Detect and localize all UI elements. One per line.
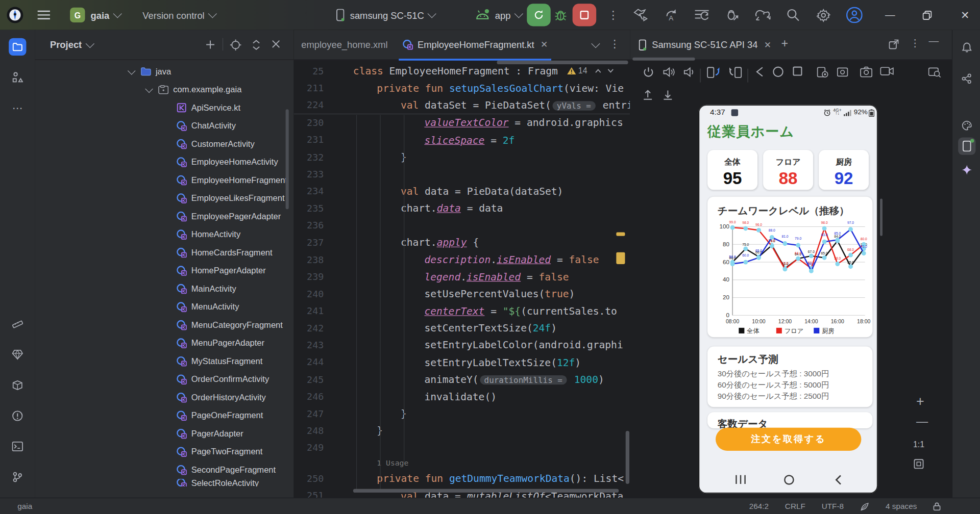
zoom-in-button[interactable]: + [916, 393, 924, 409]
back-nav-icon[interactable] [835, 475, 842, 485]
tree-item-menuactivity[interactable]: MenuActivity [35, 298, 294, 316]
tree-item-homepageradapter[interactable]: HomePagerAdapter [35, 262, 294, 280]
project-tool-button[interactable] [9, 38, 26, 56]
code-line-242[interactable]: 242setCenterTextSize(24f) [294, 320, 630, 337]
android-overview-icon[interactable] [793, 66, 803, 76]
gemini-button[interactable] [958, 161, 975, 178]
phone-mirror-screen[interactable]: 4:37 4G+↑↓ 92% 従業員ホーム 全体 95 フロア 88 厨房 92 [699, 105, 877, 494]
problems-tool-button[interactable] [9, 407, 26, 424]
volume-down-icon[interactable] [683, 66, 694, 78]
chevron-down-icon[interactable] [128, 67, 136, 75]
attach-debugger-button[interactable] [725, 0, 740, 30]
close-icon[interactable]: ✕ [541, 39, 548, 49]
tree-item-java[interactable]: java [35, 62, 294, 81]
code-line-249[interactable]: 249 [294, 440, 630, 457]
inspection-warning-badge[interactable]: 14 [567, 66, 614, 75]
editor-vertical-scrollbar[interactable] [626, 431, 629, 484]
debug-button[interactable] [554, 0, 568, 30]
hide-panel-icon[interactable]: — [929, 36, 939, 47]
tree-item-pageradapter[interactable]: PagerAdapter [35, 425, 294, 443]
tree-item-menupageradapter[interactable]: MenuPagerAdapter [35, 334, 294, 352]
download-file-icon[interactable] [663, 89, 673, 100]
build-button[interactable] [632, 0, 649, 30]
tree-item-secondpagefragment[interactable]: SecondPageFragment [35, 461, 294, 479]
code-line-250[interactable]: 250private fun getDummyTeamworkData(): L… [294, 470, 630, 487]
rotate-right-icon[interactable] [727, 66, 742, 79]
code-line-240[interactable]: 240setUsePercentValues(true) [294, 286, 630, 303]
usage-hint[interactable]: 1 Usage [294, 456, 630, 470]
status-project-name[interactable]: gaia [17, 498, 32, 514]
device-selector[interactable]: samsung SC-51C [336, 0, 435, 30]
editor-horizontal-scrollbar[interactable] [353, 489, 619, 493]
screen-record-icon[interactable] [836, 66, 848, 78]
vcs-widget[interactable]: Version control [142, 0, 216, 30]
design-tools-button[interactable] [9, 315, 26, 332]
project-panel-title[interactable]: Project [50, 39, 82, 50]
device-panel-scrollbar[interactable] [880, 198, 883, 236]
rotate-left-icon[interactable] [706, 66, 721, 79]
code-line-234[interactable]: 234val data = PieData(dataSet) [294, 183, 630, 200]
device-processes-button[interactable] [694, 0, 710, 30]
window-close-button[interactable]: ✕ [961, 0, 969, 30]
tab-employee-home-xml[interactable]: employee_home.xml [301, 30, 387, 59]
tree-item-selectroleactivity[interactable]: SelectRoleActivity [35, 479, 294, 486]
code-line-247[interactable]: 247} [294, 405, 630, 422]
tree-item-employeehomefragment[interactable]: EmployeeHomeFragment [35, 171, 294, 190]
screenshot-icon[interactable] [816, 66, 828, 78]
code-line-246[interactable]: 246invalidate() [294, 388, 630, 405]
tree-item-mainactivity[interactable]: MainActivity [35, 280, 294, 298]
open-in-window-icon[interactable] [889, 39, 899, 49]
chevron-up-icon[interactable] [595, 69, 601, 73]
ai-feather-icon[interactable] [860, 502, 869, 511]
zoom-out-button[interactable]: — [916, 415, 928, 428]
editor-more-icon[interactable]: ⋮ [609, 37, 620, 50]
tree-item-employeepageradapter[interactable]: EmployeePagerAdapter [35, 208, 294, 226]
stop-button[interactable] [573, 4, 597, 26]
tree-item-customeractivity[interactable]: CustomerActivity [35, 135, 294, 153]
structure-tool-button[interactable] [9, 69, 26, 86]
expand-collapse-icon[interactable] [251, 39, 261, 50]
tree-item-chatactivity[interactable]: ChatActivity [35, 117, 294, 135]
rerun-button[interactable] [527, 4, 551, 26]
tab-employee-home-fragment-kt[interactable]: EmployeeHomeFragment.kt ✕ [399, 30, 551, 61]
code-line-237[interactable]: 237chart.apply { [294, 234, 630, 251]
tree-item-pageonefragment[interactable]: PageOneFragment [35, 406, 294, 425]
tree-item-pagetwofragment[interactable]: PageTwoFragment [35, 443, 294, 461]
tree-item-menucategoryfragment[interactable]: MenuCategoryFragment [35, 316, 294, 335]
add-icon[interactable] [205, 39, 216, 50]
file-encoding[interactable]: UTF-8 [822, 502, 844, 510]
code-line-239[interactable]: 239legend.isEnabled = false [294, 268, 630, 286]
tab-list-chevron-icon[interactable] [587, 38, 599, 49]
locate-file-icon[interactable] [230, 39, 241, 50]
tree-item-homeactivity[interactable]: HomeActivity [35, 225, 294, 244]
display-zoom-icon[interactable] [928, 66, 941, 78]
device-tab[interactable]: Samsung SC-51C API 34 ✕ [639, 30, 771, 60]
tree-item-homecardsfragment[interactable]: HomeCardsFragment [35, 244, 294, 262]
apply-code-changes-button[interactable]: A [664, 0, 678, 30]
tree-item-com-example-gaia[interactable]: com.example.gaia [35, 81, 294, 99]
code-line-211[interactable]: 211private fun setupSalesGoalChart(view:… [294, 80, 630, 97]
version-control-tool-button[interactable] [9, 468, 26, 485]
code-line-232[interactable]: 232} [294, 148, 630, 166]
code-line-25[interactable]: 25class EmployeeHomeFragment : Fragm 14 [294, 62, 630, 80]
recents-nav-icon[interactable] [735, 475, 746, 485]
code-line-224[interactable]: 224val dataSet = PieDataSet(yVals = entr… [294, 97, 630, 115]
power-button-icon[interactable] [643, 66, 654, 78]
code-line-233[interactable]: 233 [294, 166, 630, 183]
close-icon[interactable]: ✕ [764, 40, 771, 50]
sdk-manager-button[interactable] [9, 376, 26, 394]
panel-more-icon[interactable]: ⋮ [910, 37, 920, 48]
code-line-238[interactable]: 238description.isEnabled = false [294, 251, 630, 269]
code-line-230[interactable]: 230valueTextColor = android.graphics [294, 114, 630, 132]
code-line-245[interactable]: 245animateY(durationMillis = 1000) [294, 371, 630, 388]
tree-item-orderhistoryactivity[interactable]: OrderHistoryActivity [35, 389, 294, 407]
tree-item-orderconfirmactivity[interactable]: OrderConfirmActivity [35, 370, 294, 389]
code-line-241[interactable]: 241centerText = "${(currentSales.to [294, 302, 630, 320]
terminal-tool-button[interactable] [9, 438, 26, 455]
window-restore-button[interactable] [922, 0, 932, 30]
toolbar-more-icon[interactable]: ⋮ [607, 0, 619, 30]
get-orders-button[interactable]: 注文を取得する [716, 428, 861, 451]
settings-button[interactable] [816, 0, 830, 30]
code-view[interactable]: 25class EmployeeHomeFragment : Fragm 142… [294, 62, 630, 497]
chevron-down-icon[interactable] [145, 85, 153, 93]
